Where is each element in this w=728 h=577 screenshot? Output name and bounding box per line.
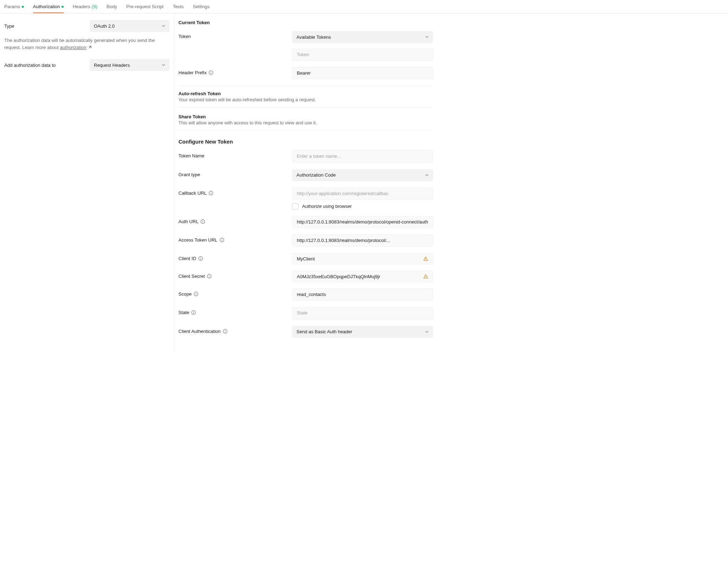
chevron-down-icon: [425, 330, 429, 334]
auth-left-panel: Type OAuth 2.0 The authorization data wi…: [0, 14, 174, 351]
access-token-url-label-text: Access Token URL: [178, 237, 218, 243]
token-name-label: Token Name: [178, 150, 292, 158]
svg-point-24: [196, 293, 196, 293]
info-icon: [194, 292, 198, 296]
share-desc: This will allow anyone with access to th…: [178, 120, 433, 125]
info-icon: [191, 310, 196, 315]
client-id-label: Client ID: [178, 253, 292, 261]
info-icon: [200, 219, 205, 224]
svg-point-11: [222, 239, 222, 239]
authorization-link-label: authorization: [60, 45, 86, 50]
chevron-down-icon: [162, 63, 165, 67]
svg-point-14: [200, 257, 201, 258]
type-label: Type: [4, 23, 90, 29]
svg-point-21: [425, 277, 426, 278]
callback-url-label: Callback URL: [178, 188, 292, 196]
auth-url-input[interactable]: http://127.0.0.1:8083/realms/demo/protoc…: [292, 216, 433, 228]
tab-settings[interactable]: Settings: [193, 0, 209, 13]
scope-input[interactable]: read_contacts: [292, 288, 433, 301]
header-prefix-label-text: Header Prefix: [178, 70, 207, 75]
share-title: Share Token: [178, 114, 433, 119]
autorefresh-title: Auto-refresh Token: [178, 91, 433, 96]
auth-right-panel: Current Token Token Available Tokens Tok…: [174, 14, 437, 351]
status-dot-icon: [22, 6, 24, 8]
authorize-browser-label: Authorize using browser: [302, 204, 352, 209]
info-icon: [223, 329, 228, 334]
auth-type-select[interactable]: OAuth 2.0: [90, 20, 170, 32]
svg-point-2: [211, 71, 211, 72]
available-tokens-select[interactable]: Available Tokens: [292, 31, 433, 43]
tab-authorization-label: Authorization: [33, 4, 60, 9]
callback-url-label-text: Callback URL: [178, 190, 207, 196]
status-dot-icon: [61, 6, 64, 8]
grant-type-value: Authorization Code: [296, 172, 336, 178]
token-input[interactable]: Token: [292, 49, 433, 61]
header-prefix-label: Header Prefix: [178, 67, 292, 75]
add-to-select[interactable]: Request Headers: [90, 59, 170, 71]
info-icon: [209, 191, 213, 195]
client-secret-value: A0MJz35xeEuGBOpqpeDJTkqQlnMuj9jr: [297, 274, 420, 279]
auth-url-label: Auth URL: [178, 216, 292, 224]
info-icon: [220, 238, 224, 242]
configure-new-token-title: Configure New Token: [178, 139, 433, 145]
warning-icon: [423, 274, 428, 279]
access-token-url-label: Access Token URL: [178, 234, 292, 243]
client-id-input[interactable]: MyClient: [292, 253, 433, 264]
svg-point-16: [425, 260, 426, 260]
add-to-value: Request Headers: [94, 63, 130, 68]
access-token-url-input[interactable]: http://127.0.0.1:8083/realms/demo/protoc…: [292, 234, 433, 247]
auth-help-text: The authorization data will be automatic…: [4, 37, 170, 51]
authorize-browser-checkbox[interactable]: [292, 203, 299, 210]
client-auth-label: Client Authentication: [178, 326, 292, 334]
grant-type-select[interactable]: Authorization Code: [292, 169, 433, 181]
autorefresh-desc: Your expired token will be auto-refreshe…: [178, 97, 433, 102]
scope-label-text: Scope: [178, 291, 192, 297]
info-icon: [209, 70, 213, 75]
tab-params-label: Params: [4, 4, 20, 9]
scope-label: Scope: [178, 288, 292, 297]
state-label-text: State: [178, 310, 189, 315]
client-auth-select[interactable]: Send as Basic Auth header: [292, 326, 433, 338]
chevron-down-icon: [425, 35, 429, 39]
client-secret-label: Client Secret: [178, 271, 292, 279]
tab-headers-label: Headers: [73, 4, 90, 9]
svg-point-5: [211, 192, 211, 192]
token-name-input[interactable]: Enter a token name...: [292, 150, 433, 162]
tab-params[interactable]: Params: [4, 0, 24, 13]
callback-url-input[interactable]: http://your-application.com/registered/c…: [292, 188, 433, 200]
client-auth-value: Send as Basic Auth header: [296, 329, 352, 334]
auth-url-label-text: Auth URL: [178, 219, 198, 224]
tab-body[interactable]: Body: [107, 0, 117, 13]
chevron-down-icon: [162, 24, 165, 28]
chevron-down-icon: [425, 173, 429, 177]
tab-prerequest[interactable]: Pre-request Script: [126, 0, 164, 13]
grant-type-label: Grant type: [178, 169, 292, 177]
client-secret-input[interactable]: A0MJz35xeEuGBOpqpeDJTkqQlnMuj9jr: [292, 271, 433, 282]
client-auth-label-text: Client Authentication: [178, 329, 221, 334]
svg-point-27: [193, 311, 194, 312]
external-link-icon: [88, 45, 92, 49]
client-id-value: MyClient: [297, 256, 420, 261]
available-tokens-value: Available Tokens: [296, 34, 331, 40]
tab-headers-count: (9): [92, 4, 97, 9]
tab-authorization[interactable]: Authorization: [33, 0, 64, 13]
svg-point-19: [209, 275, 209, 275]
svg-point-30: [225, 330, 225, 330]
add-to-label: Add authorization data to: [4, 63, 90, 68]
tab-headers[interactable]: Headers (9): [73, 0, 97, 13]
request-tabs: Params Authorization Headers (9) Body Pr…: [0, 0, 728, 14]
client-id-label-text: Client ID: [178, 256, 196, 261]
client-secret-label-text: Client Secret: [178, 274, 205, 279]
svg-point-8: [203, 220, 203, 221]
authorization-link[interactable]: authorization: [60, 45, 92, 50]
current-token-title: Current Token: [178, 20, 433, 25]
tab-tests[interactable]: Tests: [173, 0, 183, 13]
state-input[interactable]: State: [292, 307, 433, 319]
auth-type-value: OAuth 2.0: [94, 23, 115, 29]
header-prefix-input[interactable]: Bearer: [292, 67, 433, 79]
token-label: Token: [178, 31, 292, 39]
info-icon: [207, 274, 212, 279]
state-label: State: [178, 307, 292, 315]
info-icon: [198, 256, 203, 261]
warning-icon: [423, 256, 428, 261]
